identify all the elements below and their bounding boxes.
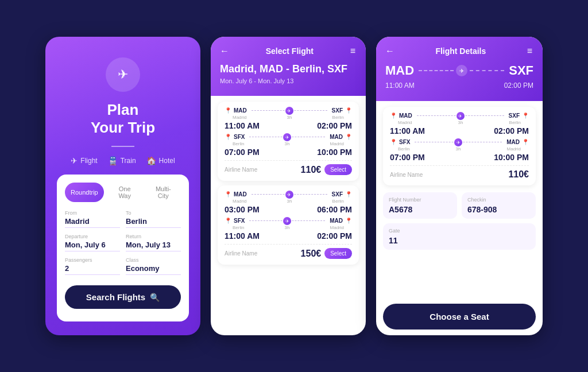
menu-button[interactable]: ≡ xyxy=(350,46,357,56)
choose-seat-button[interactable]: Choose a Seat xyxy=(383,304,536,330)
details-header-title: Flight Details xyxy=(435,46,486,56)
price-2: 150€ xyxy=(301,249,322,259)
pin-icon-1c: 📍 xyxy=(225,134,231,140)
trip-type-row: Roundtrip One Way Multi-City xyxy=(65,183,181,202)
details-header-nav: ← Flight Details ≡ xyxy=(385,46,533,56)
dashed-line-left xyxy=(419,70,454,71)
flight-number-value: A5678 xyxy=(389,205,451,214)
airline-name-2: Airline Name xyxy=(225,250,257,257)
hotel-tab-label: Hotel xyxy=(159,157,175,165)
pax-class-row: Passengers 2 Class Economy xyxy=(65,257,181,275)
from-value[interactable]: Madrid xyxy=(65,217,120,228)
gate-box: Gate 11 xyxy=(383,223,536,250)
passengers-label: Passengers xyxy=(65,257,120,263)
time-row-1a: 11:00 AM 02:00 PM xyxy=(225,121,352,130)
select-flight-header: ← Select Flight ≡ Madrid, MAD - Berlin, … xyxy=(211,37,366,96)
details-back-button[interactable]: ← xyxy=(385,46,394,56)
plane-icon-2a: ✈ xyxy=(285,191,293,199)
plane-icon-1a: ✈ xyxy=(285,107,293,115)
choose-seat-label: Choose a Seat xyxy=(430,312,489,321)
detail-airline-name: Airline Name xyxy=(390,172,423,178)
one-way-btn[interactable]: One Way xyxy=(107,183,142,202)
dep-time-big: 11:00 AM xyxy=(385,82,415,90)
checkin-box: Checkin 678-908 xyxy=(462,192,536,219)
route-to-code: SXF xyxy=(509,63,533,78)
plan-title: Plan Your Trip xyxy=(91,101,155,137)
departure-label: Departure xyxy=(65,234,120,239)
detail-pin-2a: 📍 xyxy=(390,139,397,145)
price-row-1: Airline Name 110€ Select xyxy=(225,164,352,175)
plane-big-icon: ✈ xyxy=(456,65,467,76)
details-menu-button[interactable]: ≡ xyxy=(527,46,533,56)
back-button[interactable]: ← xyxy=(220,46,229,56)
departure-field: Departure Mon, July 6 xyxy=(65,234,120,251)
flight-details-body: 📍 MAD ✈ SXF 📍 Madrid 3h Berlin 11:00 AM … xyxy=(376,101,543,335)
route-dates: Mon. July 6 - Mon. July 13 xyxy=(220,78,357,84)
search-btn-label: Search Flights xyxy=(86,292,145,302)
gate-value: 11 xyxy=(389,236,530,245)
dashed-line-right xyxy=(470,70,505,71)
price-1: 110€ xyxy=(301,165,322,175)
arr-time-big: 02:00 PM xyxy=(504,82,533,90)
transport-tabs: ✈ Flight 🚆 Train 🏠 Hotel xyxy=(71,156,175,165)
pin-icon-1b: 📍 xyxy=(345,107,352,114)
airline-name-1: Airline Name xyxy=(225,166,257,173)
hotel-tab-icon: 🏠 xyxy=(146,156,156,165)
price-row-2: Airline Name 150€ Select xyxy=(225,248,352,259)
detail-route-line-2: ✈ xyxy=(415,142,502,142)
departure-value[interactable]: Mon, July 6 xyxy=(65,241,120,251)
from-to-row: From Madrid To Berlin xyxy=(65,210,181,228)
detail-pin-1a: 📍 xyxy=(390,113,397,119)
roundtrip-btn[interactable]: Roundtrip xyxy=(65,183,104,202)
hotel-tab[interactable]: 🏠 Hotel xyxy=(146,156,175,165)
gate-label: Gate xyxy=(389,228,530,234)
class-value[interactable]: Economy xyxy=(126,264,181,275)
passengers-value[interactable]: 2 xyxy=(65,264,120,275)
flight-details-card: ← Flight Details ≡ MAD ✈ SXF 11:00 AM 02… xyxy=(376,37,543,335)
detail-pin-2b: 📍 xyxy=(522,139,529,145)
pin-icon-1d: 📍 xyxy=(345,134,352,140)
train-tab-icon: 🚆 xyxy=(108,156,118,165)
flight-tab[interactable]: ✈ Flight xyxy=(71,156,97,165)
detail-price-row: Airline Name 110€ xyxy=(390,169,529,180)
price-select-2: 150€ Select xyxy=(301,248,352,259)
return-field: Return Mon, July 13 xyxy=(126,234,181,251)
info-grid: Flight Number A5678 Checkin 678-908 Gate… xyxy=(383,192,536,250)
detail-price: 110€ xyxy=(508,169,529,180)
detail-plane-icon-1: ✈ xyxy=(457,112,465,120)
to-field: To Berlin xyxy=(126,210,181,228)
pin-icon-1a: 📍 xyxy=(225,107,231,114)
header-title: Select Flight xyxy=(266,46,314,56)
detail-pin-1b: 📍 xyxy=(522,113,529,119)
search-flights-button[interactable]: Search Flights 🔍 xyxy=(65,285,181,309)
big-times: 11:00 AM 02:00 PM xyxy=(385,82,533,90)
route-title: Madrid, MAD - Berlin, SXF xyxy=(220,63,357,75)
route-line-2a: ✈ xyxy=(252,194,327,195)
to-value[interactable]: Berlin xyxy=(126,217,181,228)
train-tab-label: Train xyxy=(121,157,136,165)
multi-city-btn[interactable]: Multi-City xyxy=(146,183,181,202)
route-from-code: MAD xyxy=(385,63,414,78)
detail-route-line-1: ✈ xyxy=(417,115,504,116)
select-btn-2[interactable]: Select xyxy=(324,248,352,259)
pin-icon-2c: 📍 xyxy=(225,218,231,224)
pin-icon-2b: 📍 xyxy=(345,191,352,197)
flight-card-2: 📍 MAD ✈ SXF 📍 Madrid 3h Berlin 03:00 PM … xyxy=(218,185,359,265)
to-label: To xyxy=(126,210,181,216)
big-route: MAD ✈ SXF xyxy=(385,63,533,78)
time-row-1b: 07:00 PM 10:00 PM xyxy=(225,148,352,157)
plane-icon-2b: ✈ xyxy=(283,217,291,225)
plane-icon-1b: ✈ xyxy=(283,133,291,141)
time-row-2a: 03:00 PM 06:00 PM xyxy=(225,205,352,214)
checkin-label: Checkin xyxy=(467,197,530,203)
route-line-2b: ✈ xyxy=(249,220,325,221)
search-form: Roundtrip One Way Multi-City From Madrid… xyxy=(57,175,189,321)
flights-list: 📍 MAD ✈ SXF 📍 Madrid 3h Berlin 11:00 AM … xyxy=(211,96,366,335)
return-value[interactable]: Mon, July 13 xyxy=(126,241,181,251)
flight-tab-icon: ✈ xyxy=(71,156,78,165)
route-line-1a: ✈ xyxy=(252,110,327,111)
passengers-field: Passengers 2 xyxy=(65,257,120,275)
checkin-value: 678-908 xyxy=(467,205,530,214)
select-btn-1[interactable]: Select xyxy=(324,164,352,175)
train-tab[interactable]: 🚆 Train xyxy=(108,156,136,165)
